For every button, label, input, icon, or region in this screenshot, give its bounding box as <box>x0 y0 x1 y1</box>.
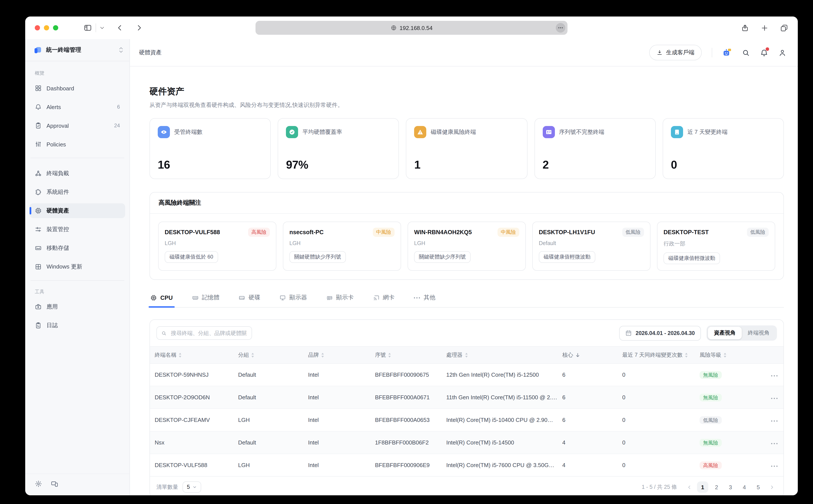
column-header-cores[interactable]: 核心 <box>562 347 622 363</box>
breadcrumb: 硬體資產 <box>139 49 162 56</box>
page-button-1[interactable]: 1 <box>697 481 708 493</box>
sidebar-item-alerts[interactable]: Alerts 6 <box>30 99 125 114</box>
devices-icon[interactable] <box>51 480 58 487</box>
row-actions-icon[interactable] <box>771 394 778 401</box>
endpoint-card[interactable]: WIN-RBN4AOH2KQ5 中風險 LGH 關鍵硬體缺少序列號 <box>408 222 526 271</box>
notifications-bell-icon[interactable] <box>760 48 768 57</box>
table-row[interactable]: DESKTOP-59NHNSJ Default Intel BFEBFBFF00… <box>150 363 783 386</box>
sidebar-divider <box>30 158 124 158</box>
endpoint-card[interactable]: DESKTOP-LH1V1FU 低風險 Default 磁碟健康值輕微波動 <box>532 222 650 271</box>
cell-brand: Intel <box>308 431 375 454</box>
sidebar-item-policies[interactable]: Policies <box>30 137 125 152</box>
chevron-down-icon[interactable] <box>100 25 105 30</box>
sidebar-item-applications[interactable]: 應用 <box>30 299 125 314</box>
cell-cores: 6 <box>562 409 622 431</box>
cell-endpoint-name: Nsx <box>150 431 238 454</box>
row-actions-icon[interactable] <box>771 439 778 446</box>
sidebar-item-removable-storage[interactable]: 移動存儲 <box>30 241 125 255</box>
stat-label: 近 7 天變更終端 <box>687 128 728 136</box>
sidebar-toggle-icon[interactable] <box>83 23 92 32</box>
endpoint-card[interactable]: nsecsoft-PC 中風險 LGH 關鍵硬體缺少序列號 <box>283 222 401 271</box>
view-toggle-endpoint[interactable]: 終端視角 <box>742 327 776 339</box>
sidebar-item-system-components[interactable]: 系統組件 <box>30 185 125 199</box>
page-size-label: 清單數量 <box>156 483 178 491</box>
tablet-icon <box>671 126 683 138</box>
tab-gpu[interactable]: 顯示卡 <box>325 293 355 307</box>
search-icon[interactable] <box>742 48 750 57</box>
endpoint-group: LGH <box>289 240 395 246</box>
cell-group: Default <box>238 386 308 409</box>
row-actions-icon[interactable] <box>771 371 778 378</box>
table-row[interactable]: Nsx Default Intel 1F8BFBFF000B06F2 Intel… <box>150 431 783 454</box>
date-range-picker[interactable]: 2026.04.01 - 2026.04.30 <box>619 326 701 340</box>
sidebar-item-logs[interactable]: 日誌 <box>30 318 125 333</box>
sidebar-item-hardware-assets[interactable]: 硬體資產 <box>30 203 125 218</box>
sidebar-item-dashboard[interactable]: Dashboard <box>30 81 125 96</box>
risk-badge: 無風險 <box>700 371 722 379</box>
url-options-icon[interactable] <box>556 23 565 33</box>
sidebar-item-windows-update[interactable]: Windows 更新 <box>30 259 125 274</box>
cell-changes: 0 <box>622 363 700 386</box>
tab-cpu[interactable]: CPU <box>149 293 174 307</box>
url-bar[interactable]: 192.168.0.54 <box>256 21 567 35</box>
column-header-group[interactable]: 分組 <box>238 347 308 363</box>
share-icon[interactable] <box>741 24 749 32</box>
forward-button[interactable] <box>135 24 143 32</box>
column-header-name[interactable]: 終端名稱 <box>150 347 238 363</box>
table-header-row: 終端名稱 分組 品牌 序號 處理器 核心 最近 7 天同終端變更次數 風險等級 <box>150 347 783 363</box>
back-button[interactable] <box>116 24 124 32</box>
eye-icon <box>158 126 170 138</box>
hard-drive-icon <box>239 294 245 301</box>
user-profile-icon[interactable] <box>778 48 786 57</box>
sidebar-item-endpoint-load[interactable]: 終端負載 <box>30 166 125 181</box>
row-actions-icon[interactable] <box>771 462 778 468</box>
sidebar-item-device-control[interactable]: 裝置管控 <box>30 222 125 237</box>
endpoint-risk-tag: 關鍵硬體缺少序列號 <box>414 251 471 263</box>
table-search[interactable] <box>156 326 252 340</box>
next-page-icon[interactable] <box>767 481 777 493</box>
pagination-range: 1 - 5 / 共 25 條 <box>642 483 677 491</box>
tab-memory[interactable]: 記憶體 <box>191 293 220 307</box>
view-toggle-asset[interactable]: 資產視角 <box>708 327 742 339</box>
tab-more[interactable]: 其他 <box>413 293 436 307</box>
sort-icon <box>723 353 727 357</box>
tab-nic[interactable]: 網卡 <box>372 293 395 307</box>
assistant-robot-icon[interactable] <box>722 48 732 57</box>
page-button-3[interactable]: 3 <box>725 481 736 493</box>
settings-gear-icon[interactable] <box>35 480 42 487</box>
column-header-changes[interactable]: 最近 7 天同終端變更次數 <box>622 347 700 363</box>
table-row[interactable]: DESKTOP-VULF588 LGH Intel BFEBFBFF000906… <box>150 454 783 476</box>
tab-monitor[interactable]: 顯示器 <box>279 293 308 307</box>
page-size-select[interactable]: 5 <box>183 481 201 493</box>
tab-overview-icon[interactable] <box>780 24 788 32</box>
stat-card-coverage: 平均硬體覆蓋率 97% <box>278 118 399 179</box>
new-tab-icon[interactable] <box>760 24 769 32</box>
table-row[interactable]: DESKTOP-CJFEAMV LGH Intel BFEBFBFF000A06… <box>150 409 783 431</box>
page-button-5[interactable]: 5 <box>753 481 764 493</box>
tab-label: 其他 <box>424 294 435 302</box>
column-header-serial[interactable]: 序號 <box>375 347 446 363</box>
clipboard-icon <box>35 322 42 329</box>
previous-page-icon[interactable] <box>684 481 694 493</box>
row-actions-icon[interactable] <box>771 417 778 423</box>
page-button-2[interactable]: 2 <box>711 481 722 493</box>
generate-client-button[interactable]: 生成客戶端 <box>649 45 702 60</box>
table-row[interactable]: DESKTOP-2O9OD6N Default Intel BFEBFBFF00… <box>150 386 783 409</box>
page-button-4[interactable]: 4 <box>739 481 750 493</box>
minimize-window-button[interactable] <box>44 25 49 30</box>
tab-disk[interactable]: 硬碟 <box>238 293 261 307</box>
endpoint-card[interactable]: DESKTOP-TEST 低風險 行政一部 磁碟健康值輕微波動 <box>657 222 775 271</box>
fullscreen-window-button[interactable] <box>53 25 58 30</box>
sidebar-item-approval[interactable]: Approval 24 <box>30 118 125 133</box>
endpoint-card[interactable]: DESKTOP-VULF588 高風險 LGH 磁碟健康值低於 60 <box>158 222 276 271</box>
column-header-risk[interactable]: 風險等級 <box>700 347 771 363</box>
column-header-processor[interactable]: 處理器 <box>446 347 562 363</box>
stat-card-disk-risk: 磁碟健康風險終端 1 <box>406 118 527 179</box>
workspace-switcher[interactable]: 統一終端管理 <box>25 39 129 61</box>
sliders-horizontal-icon <box>35 226 42 233</box>
column-header-brand[interactable]: 品牌 <box>308 347 375 363</box>
search-input[interactable] <box>170 330 247 337</box>
close-window-button[interactable] <box>35 25 40 30</box>
bell-icon <box>35 103 42 110</box>
stat-card-recent-changes: 近 7 天變更終端 0 <box>663 118 784 179</box>
